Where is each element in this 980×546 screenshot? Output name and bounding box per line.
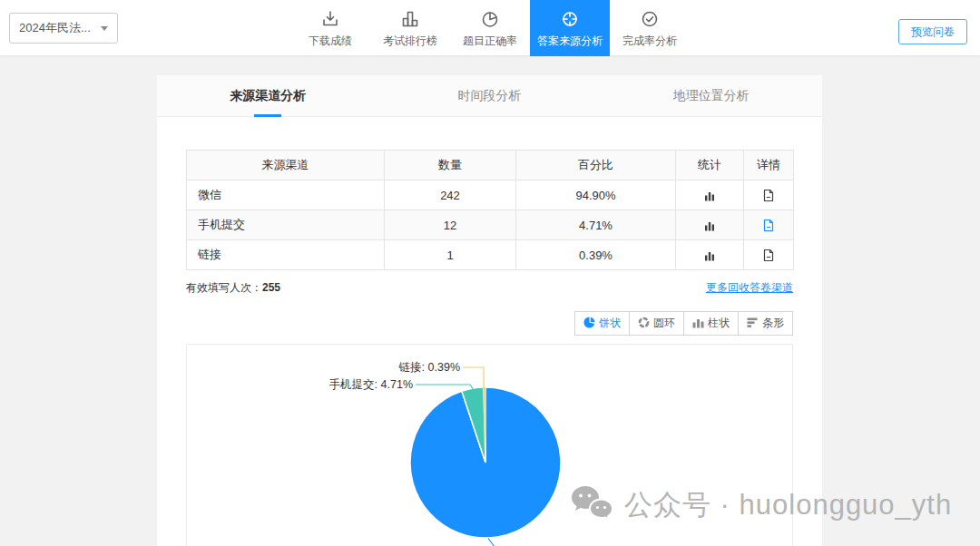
pie-chart-icon — [583, 317, 595, 331]
survey-select[interactable]: 2024年民法... — [9, 13, 118, 44]
stats-bar-chart-icon[interactable] — [704, 250, 715, 261]
percent-cell: 0.39% — [516, 240, 676, 270]
tab-time-period-analysis[interactable]: 时间段分析 — [378, 75, 600, 116]
count-cell: 12 — [385, 210, 516, 240]
analysis-tabbar: 来源渠道分析 时间段分析 地理位置分析 — [157, 75, 822, 117]
count-cell: 1 — [385, 240, 516, 270]
leader-line-link — [463, 367, 484, 389]
nav-item-question-accuracy[interactable]: 题目正确率 — [450, 0, 530, 56]
pie-label-mobile: 手机提交: 4.71% — [329, 378, 413, 391]
summary-row: 有效填写人次：255 更多回收答卷渠道 — [186, 280, 793, 296]
table-row: 链接 1 0.39% — [187, 240, 794, 270]
chart-type-donut-button[interactable]: 圆环 — [629, 311, 684, 336]
percent-cell: 4.71% — [516, 210, 676, 240]
nav-item-answer-source-analysis[interactable]: 答案来源分析 — [530, 0, 610, 56]
ranking-icon — [399, 7, 421, 31]
percent-cell: 94.90% — [516, 180, 676, 210]
pie-slices[interactable] — [410, 387, 561, 538]
valid-responses-summary: 有效填写人次：255 — [186, 280, 280, 296]
count-cell: 242 — [385, 180, 516, 210]
valid-responses-count: 255 — [262, 281, 280, 294]
more-channels-link[interactable]: 更多回收答卷渠道 — [706, 280, 793, 296]
col-header-count: 数量 — [385, 151, 516, 180]
source-channel-table: 来源渠道 数量 百分比 统计 详情 微信 242 94.90% — [186, 150, 794, 270]
stats-bar-chart-icon[interactable] — [704, 190, 715, 201]
nav-item-download-scores[interactable]: 下载成绩 — [290, 0, 370, 56]
survey-select-value: 2024年民法... — [19, 20, 91, 36]
table-header-row: 来源渠道 数量 百分比 统计 详情 — [187, 151, 794, 180]
channel-cell: 微信 — [187, 180, 385, 210]
nav-label: 完成率分析 — [622, 34, 677, 49]
pie-chart-container: 链接: 0.39% 手机提交: 4.71% — [186, 344, 793, 546]
chart-type-bar-button[interactable]: 条形 — [738, 311, 793, 336]
col-header-percent: 百分比 — [516, 151, 676, 180]
nav-item-completion-rate[interactable]: 完成率分析 — [610, 0, 690, 56]
top-toolbar: 2024年民法... 下载成绩 考试排行榜 — [0, 0, 980, 56]
detail-document-icon[interactable] — [762, 189, 775, 202]
nav-label: 考试排行榜 — [383, 34, 437, 49]
download-icon — [319, 7, 341, 31]
tab-label: 时间段分析 — [457, 88, 521, 104]
column-chart-icon — [692, 317, 704, 331]
pie-chart: 链接: 0.39% 手机提交: 4.71% — [187, 345, 792, 546]
channel-cell: 手机提交 — [187, 210, 385, 240]
panel-content: 来源渠道 数量 百分比 统计 详情 微信 242 94.90% — [157, 150, 822, 546]
detail-document-icon[interactable] — [762, 249, 775, 262]
completion-check-icon — [639, 7, 661, 31]
stats-bar-chart-icon[interactable] — [704, 220, 715, 231]
col-header-channel: 来源渠道 — [187, 151, 385, 180]
tab-label: 来源渠道分析 — [230, 88, 306, 104]
col-header-detail: 详情 — [744, 151, 794, 180]
tab-label: 地理位置分析 — [673, 88, 750, 104]
donut-chart-icon — [638, 317, 650, 331]
table-row: 手机提交 12 4.71% — [187, 210, 794, 240]
table-row: 微信 242 94.90% — [187, 180, 794, 210]
chart-type-column-button[interactable]: 柱状 — [683, 311, 739, 336]
nav-item-exam-ranking[interactable]: 考试排行榜 — [370, 0, 450, 56]
accuracy-pie-icon — [479, 7, 501, 31]
channel-link-cell[interactable]: 链接 — [187, 240, 385, 270]
tab-source-channel-analysis[interactable]: 来源渠道分析 — [157, 75, 378, 116]
chart-type-toolbar: 饼状 圆环 柱状 条形 — [186, 311, 793, 336]
nav-label: 下载成绩 — [309, 34, 352, 49]
preview-questionnaire-button[interactable]: 预览问卷 — [898, 19, 967, 44]
chevron-down-icon — [101, 26, 108, 31]
pie-label-link: 链接: 0.39% — [398, 361, 460, 374]
active-tab-underline — [254, 114, 281, 117]
nav-label: 题目正确率 — [463, 34, 517, 49]
tab-geo-location-analysis[interactable]: 地理位置分析 — [601, 75, 822, 116]
chart-type-pie-button[interactable]: 饼状 — [574, 311, 630, 336]
analysis-panel: 来源渠道分析 时间段分析 地理位置分析 来源渠道 数量 百分比 统计 详情 微信… — [157, 75, 822, 546]
bar-chart-icon — [747, 317, 759, 331]
top-nav: 下载成绩 考试排行榜 题目正确率 — [290, 0, 690, 56]
source-target-icon — [559, 7, 581, 31]
col-header-stats: 统计 — [676, 151, 744, 180]
detail-document-icon[interactable] — [762, 219, 775, 232]
leader-line-wechat — [488, 539, 499, 546]
leader-line-mobile — [416, 385, 474, 390]
nav-label: 答案来源分析 — [537, 34, 603, 49]
